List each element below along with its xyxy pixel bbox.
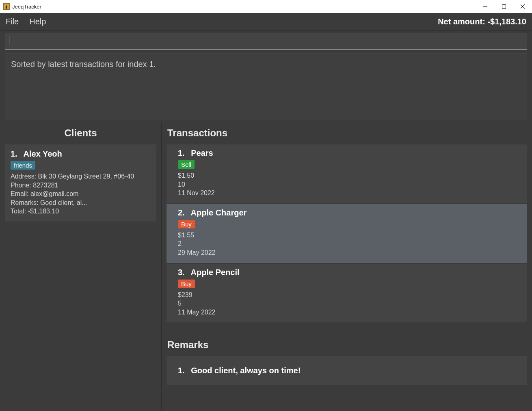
remark-card[interactable]: 1. Good client, always on time! [167,356,527,385]
command-input[interactable] [5,33,527,49]
window-title: JeeqTracker [12,4,41,10]
transaction-index: 3. [178,268,185,277]
transaction-card[interactable]: 1. Pears Sell $1.50 10 11 Nov 2022 [167,144,527,203]
app-icon: ▮ [3,3,10,10]
transactions-title: Transactions [162,123,532,144]
transaction-name-row: 3. Apple Pencil [178,268,516,277]
transaction-qty: 5 [178,299,516,308]
client-email: Email: alex@gmail.com [11,189,151,198]
net-amount: Net amount: -$1,183.10 [438,17,526,26]
transaction-price: $1.50 [178,171,516,180]
transaction-price: $239 [178,290,516,299]
transaction-date: 11 Nov 2022 [178,189,516,198]
transaction-card[interactable]: 2. Apple Charger Buy $1.55 2 29 May 2022 [167,204,527,263]
remark-index: 1. [178,366,185,375]
menu-file[interactable]: File [6,17,19,26]
svg-rect-1 [502,5,506,9]
net-amount-value: -$1,183.10 [487,17,526,26]
transaction-type-badge: Buy [178,220,195,228]
transaction-card[interactable]: 3. Apple Pencil Buy $239 5 11 May 2022 [167,264,527,323]
remark-row: 1. Good client, always on time! [178,366,516,375]
transactions-list[interactable]: 1. Pears Sell $1.50 10 11 Nov 2022 2. Ap… [162,144,532,328]
status-message: Sorted by latest transactions for index … [11,60,156,69]
transaction-name: Apple Pencil [191,268,240,277]
client-index: 1. [11,149,17,158]
status-box: Sorted by latest transactions for index … [5,54,527,120]
close-button[interactable] [513,0,532,13]
minimize-button[interactable] [476,0,495,13]
client-phone: Phone: 8273281 [11,181,151,190]
transaction-index: 2. [178,208,185,217]
transaction-name-row: 2. Apple Charger [178,208,516,217]
transaction-type-badge: Buy [178,280,195,288]
remarks-title: Remarks [167,328,527,356]
transaction-date: 29 May 2022 [178,248,516,257]
client-total: Total: -$1,183.10 [11,207,151,216]
client-card[interactable]: 1. Alex Yeoh friends Address: Blk 30 Gey… [5,144,156,222]
window-controls [476,0,532,13]
clients-title: Clients [0,123,161,144]
client-name: Alex Yeoh [24,149,62,158]
window-titlebar: ▮ JeeqTracker [0,0,532,13]
client-name-row: 1. Alex Yeoh [11,149,151,159]
client-tag: friends [11,161,35,170]
transaction-index: 1. [178,148,185,157]
transaction-name-row: 1. Pears [178,148,516,158]
net-amount-label: Net amount: [438,17,485,26]
transaction-qty: 2 [178,239,516,248]
transaction-date: 11 May 2022 [178,308,516,317]
transaction-qty: 10 [178,180,516,189]
menubar: File Help Net amount: -$1,183.10 [0,13,532,31]
transaction-name: Pears [191,148,213,157]
transaction-price: $1.55 [178,231,516,240]
remark-text: Good client, always on time! [191,366,301,375]
transaction-type-badge: Sell [178,160,195,169]
client-address: Address: Blk 30 Geylang Street 29, #06-4… [11,172,151,181]
client-remarks: Remarks: Good client, al... [11,198,151,207]
menu-help[interactable]: Help [29,17,46,26]
transaction-name: Apple Charger [191,208,247,217]
text-caret [9,36,9,45]
clients-list[interactable]: 1. Alex Yeoh friends Address: Blk 30 Gey… [0,144,161,411]
maximize-button[interactable] [495,0,513,13]
